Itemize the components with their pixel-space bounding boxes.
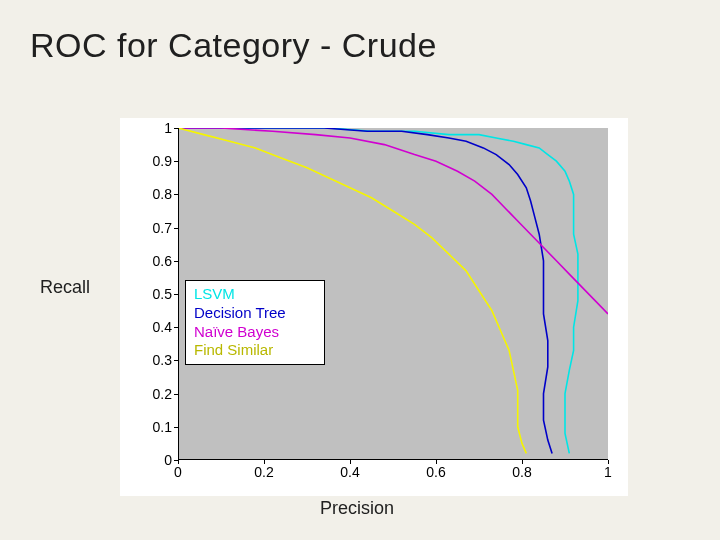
y-tick: 0.5 [120,286,172,302]
x-tick: 0.6 [416,464,456,480]
x-axis-line [178,459,608,460]
x-tick: 0.2 [244,464,284,480]
y-tick: 0.7 [120,220,172,236]
y-tick: 0.6 [120,253,172,269]
x-tick: 0.4 [330,464,370,480]
y-tick: 0.9 [120,153,172,169]
y-tick: 0.8 [120,186,172,202]
x-tick: 1 [588,464,628,480]
legend-item-decision-tree: Decision Tree [194,304,314,323]
y-tick: 0.2 [120,386,172,402]
x-tick: 0 [158,464,198,480]
y-axis-line [178,128,179,460]
legend: LSVM Decision Tree Naïve Bayes Find Simi… [185,280,325,365]
chart-figure: 00.10.20.30.40.50.60.70.80.91 00.20.40.6… [120,118,628,496]
y-tick: 0.3 [120,352,172,368]
legend-item-naive-bayes: Naïve Bayes [194,323,314,342]
x-axis-label: Precision [320,498,394,519]
y-tick: 0.1 [120,419,172,435]
legend-item-find-similar: Find Similar [194,341,314,360]
slide: ROC for Category - Crude Recall Precisio… [0,0,720,540]
y-tick: 0.4 [120,319,172,335]
legend-item-lsvm: LSVM [194,285,314,304]
y-tick: 1 [120,120,172,136]
page-title: ROC for Category - Crude [30,26,437,65]
y-axis-label: Recall [40,277,90,298]
x-tick: 0.8 [502,464,542,480]
